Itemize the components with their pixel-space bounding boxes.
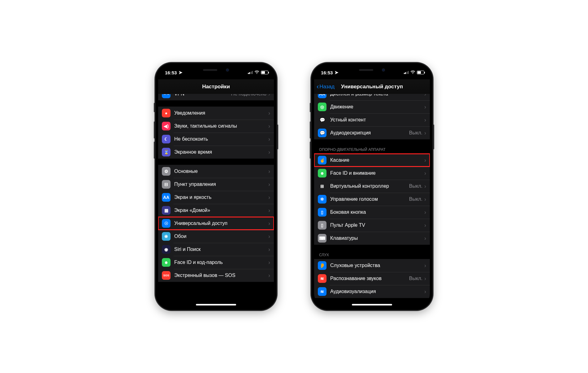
home-indicator[interactable] xyxy=(352,304,392,305)
chevron-right-icon: › xyxy=(424,209,426,216)
settings-row[interactable]: ▯Пульт Apple TV› xyxy=(314,219,430,232)
chevron-right-icon: › xyxy=(424,183,426,190)
chevron-right-icon: › xyxy=(268,149,270,156)
row-label: Основные xyxy=(174,169,268,174)
section-rows: AAДисплей и размер текста›◎Движение›💬Уст… xyxy=(314,94,430,139)
settings-row[interactable]: ☻Face ID и внимание› xyxy=(314,167,430,180)
chevron-right-icon: › xyxy=(424,235,426,242)
nav-title: Универсальный доступ xyxy=(341,84,403,90)
chevron-left-icon: ‹ xyxy=(317,83,319,90)
row-label: Не беспокоить xyxy=(174,136,268,142)
vpn-icon: VPN xyxy=(162,94,171,98)
settings-section: СЛУХ👂Слуховые устройства›≋Распознавание … xyxy=(314,251,430,298)
mute-switch xyxy=(154,103,155,112)
volume-down xyxy=(154,142,155,159)
notch xyxy=(344,66,400,74)
chevron-right-icon: › xyxy=(268,94,270,97)
settings-section: ⚙Основные›⊟Пункт управления›AAЭкран и яр… xyxy=(158,165,274,282)
wifi-icon xyxy=(254,70,259,75)
settings-section: ОПОРНО-ДВИГАТЕЛЬНЫЙ АППАРАТ☝Касание›☻Fac… xyxy=(314,146,430,245)
motion-icon: ◎ xyxy=(318,103,326,111)
settings-row[interactable]: ✲Управление голосомВыкл.› xyxy=(314,193,430,206)
siri-icon: ◉ xyxy=(162,245,171,254)
soundrec-icon: ≋ xyxy=(318,274,326,283)
home-indicator[interactable] xyxy=(196,304,236,305)
back-button[interactable]: ‹ Назад xyxy=(317,79,335,94)
settings-row[interactable]: ❀Обои› xyxy=(158,230,274,243)
row-label: Распознавание звуков xyxy=(330,276,409,281)
voicecontrol-icon: ✲ xyxy=(318,195,326,204)
nav-bar: Настройки xyxy=(158,79,274,94)
settings-row[interactable]: ≋Распознавание звуковВыкл.› xyxy=(314,272,430,285)
row-label: Пункт управления xyxy=(174,182,268,187)
section-rows: ☝Касание›☻Face ID и внимание›⊞Виртуальны… xyxy=(314,154,430,245)
settings-row[interactable]: ☻Face ID и код-пароль› xyxy=(158,256,274,269)
row-value: Выкл. xyxy=(409,276,422,281)
chevron-right-icon: › xyxy=(268,194,270,201)
settings-row[interactable]: ⊞Виртуальный контроллерВыкл.› xyxy=(314,180,430,193)
wallpaper-icon: ❀ xyxy=(162,232,171,241)
volume-down xyxy=(310,142,311,159)
row-label: Аудиодескрипция xyxy=(330,130,409,136)
chevron-right-icon: › xyxy=(424,157,426,164)
screentime-icon: ⌛ xyxy=(162,148,171,156)
settings-row[interactable]: 💬АудиодескрипцияВыкл.› xyxy=(314,126,430,139)
settings-row[interactable]: ⚙Основные› xyxy=(158,165,274,178)
settings-row[interactable]: ▦Экран «Домой»› xyxy=(158,204,274,217)
settings-row[interactable]: ⊟Пункт управления› xyxy=(158,178,274,191)
side-button xyxy=(433,125,434,149)
settings-row[interactable]: 👂Слуховые устройства› xyxy=(314,259,430,272)
section-rows: ⚙Основные›⊟Пункт управления›AAЭкран и яр… xyxy=(158,165,274,282)
row-label: Экран «Домой» xyxy=(174,208,268,213)
switch-icon: ⊞ xyxy=(318,182,326,191)
audiodesc-icon: 💬 xyxy=(318,129,326,137)
notifications-icon: ● xyxy=(162,109,171,117)
settings-row[interactable]: ◎Движение› xyxy=(314,100,430,113)
chevron-right-icon: › xyxy=(424,262,426,269)
settings-row[interactable]: AAДисплей и размер текста› xyxy=(314,94,430,100)
accessibility-list[interactable]: AAДисплей и размер текста›◎Движение›💬Уст… xyxy=(314,94,430,307)
section-header: СЛУХ xyxy=(314,251,430,259)
nav-title: Настройки xyxy=(202,84,230,90)
settings-list[interactable]: VPNVPNНе подключено›●Уведомления›◀)Звуки… xyxy=(158,94,274,307)
row-label: Боковая кнопка xyxy=(330,209,424,215)
location-icon: ➤ xyxy=(179,70,183,75)
settings-row[interactable]: SOSЭкстренный вызов — SOS› xyxy=(158,269,274,282)
hearing-icon: 👂 xyxy=(318,261,326,270)
settings-row[interactable]: ⌛Экранное время› xyxy=(158,146,274,159)
faceid-att-icon: ☻ xyxy=(318,169,326,178)
nav-bar: ‹ Назад Универсальный доступ xyxy=(314,79,430,94)
settings-row[interactable]: ◉Siri и Поиск› xyxy=(158,243,274,256)
sidebutton-icon: ▯ xyxy=(318,208,326,217)
chevron-right-icon: › xyxy=(268,259,270,266)
settings-row[interactable]: ◀)Звуки, тактильные сигналы› xyxy=(158,120,274,133)
display-icon: AA xyxy=(162,193,171,202)
row-label: Управление голосом xyxy=(330,196,409,202)
settings-row[interactable]: 💬Устный контент› xyxy=(314,113,430,126)
location-icon: ➤ xyxy=(335,70,339,75)
settings-row[interactable]: ≋Аудиовизуализация› xyxy=(314,285,430,298)
settings-row[interactable]: ●Уведомления› xyxy=(158,107,274,120)
chevron-right-icon: › xyxy=(268,207,270,214)
row-label: Устный контент xyxy=(330,117,424,123)
settings-row[interactable]: AAЭкран и яркость› xyxy=(158,191,274,204)
chevron-right-icon: › xyxy=(268,220,270,227)
settings-section: AAДисплей и размер текста›◎Движение›💬Уст… xyxy=(314,94,430,139)
chevron-right-icon: › xyxy=(268,136,270,143)
back-label: Назад xyxy=(319,84,335,90)
settings-row[interactable]: ☝Касание› xyxy=(314,154,430,167)
row-label: Обои xyxy=(174,234,268,239)
spoken-icon: 💬 xyxy=(318,116,326,124)
touch-icon: ☝ xyxy=(318,156,326,165)
status-time: 16:53 xyxy=(321,70,333,75)
settings-row[interactable]: ☾Не беспокоить› xyxy=(158,133,274,146)
settings-row[interactable]: ☉Универсальный доступ› xyxy=(158,217,274,230)
settings-row[interactable]: ⌨Клавиатуры› xyxy=(314,232,430,245)
settings-row[interactable]: ▯Боковая кнопка› xyxy=(314,206,430,219)
row-label: Клавиатуры xyxy=(330,235,424,241)
settings-row[interactable]: VPNVPNНе подключено› xyxy=(158,94,274,100)
settings-section: ●Уведомления›◀)Звуки, тактильные сигналы… xyxy=(158,107,274,159)
row-label: Слуховые устройства xyxy=(330,263,424,268)
status-time: 16:53 xyxy=(165,70,177,75)
general-icon: ⚙ xyxy=(162,167,171,176)
